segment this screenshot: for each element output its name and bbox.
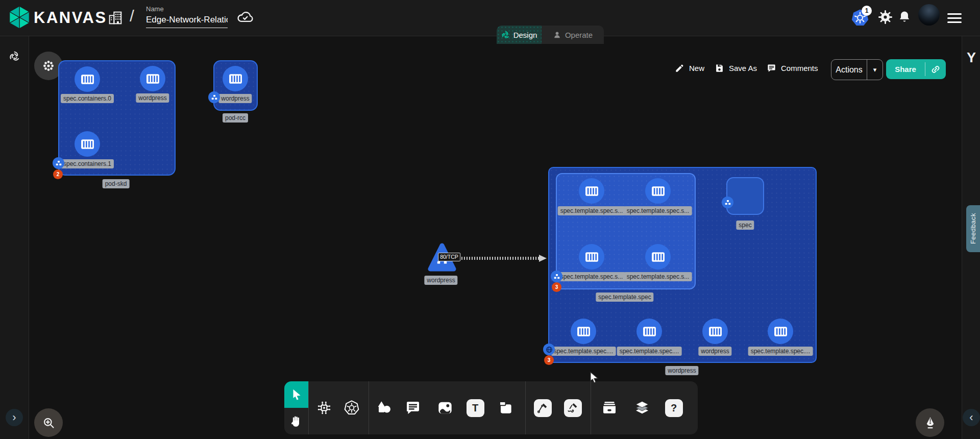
group-pod-skd[interactable]: spec.containers.0 wordpress spec.contain… [58,60,176,176]
hamburger-menu-icon[interactable] [947,13,962,23]
select-tool-button[interactable] [284,381,308,408]
help-tool-button[interactable]: ? [663,397,685,419]
node-deployment-container[interactable] [571,319,596,344]
actions-dropdown-button[interactable]: Actions ▾ [831,59,883,80]
copy-link-icon[interactable] [925,64,946,75]
service-label: wordpress [424,276,457,285]
user-avatar[interactable] [918,4,940,26]
deployment-badge[interactable] [543,344,555,355]
caret-down-icon[interactable]: ▾ [867,66,883,74]
pod-badge[interactable] [551,271,562,282]
container-icon [585,186,599,197]
y-dock-handle[interactable]: Y [962,50,980,66]
text-tool-button[interactable]: T [464,397,486,419]
settings-gear-icon[interactable] [877,9,893,25]
group-spec-template-spec[interactable]: spec.template.spec.s... spec.template.sp… [556,173,696,289]
comment-icon [405,400,421,416]
node-spec[interactable]: spec [726,177,764,215]
issue-count-badge[interactable]: 3 [544,355,554,365]
chevron-left-icon: ‹ [969,412,973,423]
image-tool-button[interactable] [434,397,456,419]
design-name-input[interactable] [146,14,228,28]
node-wordpress-container[interactable] [223,66,248,91]
issue-count-badge[interactable]: 2 [53,169,63,179]
pen-mode-button[interactable] [916,408,944,437]
new-label: New [689,64,704,72]
draw-line-tool-button[interactable] [531,397,554,419]
notifications-bell-icon[interactable] [897,10,912,24]
pod-badge[interactable] [208,91,220,103]
toolbar-divider [308,381,309,434]
meshery-spiral-icon[interactable] [9,51,20,62]
organization-icon[interactable] [107,10,124,26]
expand-right-dock-button[interactable]: ‹ [963,409,980,426]
node-wordpress-container[interactable] [140,66,165,91]
container-icon [643,326,656,337]
text-tool-icon: T [467,399,484,417]
node-spec-containers-0[interactable] [75,66,100,92]
kanvas-app: KANVAS / Name Design Operate 1 [0,0,980,439]
drawer-tool-button[interactable] [598,397,621,419]
pod-badge[interactable] [53,157,64,169]
components-tool-button[interactable] [313,397,335,419]
container-icon [81,139,94,150]
save-as-button[interactable]: Save As [715,63,757,73]
node-spec-containers-1[interactable] [75,131,100,157]
issue-count-badge[interactable]: 3 [552,282,561,292]
zoom-button[interactable] [34,408,63,437]
tab-design-label: Design [513,31,537,39]
flower-icon [42,59,55,72]
pod-icon [211,94,218,101]
node-deployment-container[interactable] [636,319,662,344]
pod-icon [55,160,62,167]
design-name-field: Name [146,5,230,28]
node-label: wordpress [218,94,252,103]
note-tool-button[interactable] [495,397,517,419]
expand-left-dock-button[interactable]: › [6,409,23,426]
comment-tool-button[interactable] [402,397,424,419]
kanvas-logo-text: KANVAS [34,0,107,36]
hand-icon [289,414,303,428]
group-pod-rcc[interactable]: wordpress pod-rcc [213,60,258,111]
image-icon [437,400,453,416]
group-label: spec.template.spec [596,292,653,302]
node-label: spec.template.spec.... [617,347,682,356]
tab-design[interactable]: Design [497,26,542,44]
container-icon [81,74,94,85]
pan-tool-button[interactable] [284,408,308,434]
node-label: spec.template.spec.... [748,347,813,356]
breadcrumb-slash: / [130,7,134,26]
freehand-draw-tool-button[interactable] [561,397,584,419]
kanvas-logo-icon [8,5,31,30]
service-edge[interactable] [456,257,540,260]
magnifier-plus-icon [42,416,56,430]
container-icon [708,326,722,337]
group-deployment-wordpress[interactable]: spec.template.spec.s... spec.template.sp… [548,167,817,363]
tab-operate[interactable]: Operate [542,26,604,44]
comments-button[interactable]: Comments [767,63,818,73]
layers-tool-button[interactable] [631,397,653,419]
share-button[interactable]: Share [886,59,946,79]
new-button[interactable]: New [675,63,704,73]
container-icon [774,326,788,337]
node-template-container[interactable] [579,178,604,204]
node-label: spec.template.spec.s... [558,206,626,215]
save-as-label: Save As [729,64,757,72]
node-deployment-container[interactable] [768,319,793,344]
operate-person-icon [553,31,561,39]
feedback-tab[interactable]: Feedback [966,205,980,252]
container-icon [577,326,591,337]
node-template-container[interactable] [579,244,604,270]
kubernetes-tool-button[interactable] [340,397,363,419]
node-template-container[interactable] [645,178,671,204]
toolbar-divider [369,381,369,434]
node-label: spec.template.spec.... [551,347,616,356]
node-template-container[interactable] [645,244,671,270]
drawer-icon [601,400,618,416]
node-label: spec.containers.1 [61,159,114,168]
edge-arrowhead-icon [539,255,547,262]
pod-badge[interactable] [722,197,733,208]
toolbar-divider [525,381,526,434]
shapes-tool-button[interactable] [373,397,395,419]
node-deployment-container[interactable] [702,319,728,344]
